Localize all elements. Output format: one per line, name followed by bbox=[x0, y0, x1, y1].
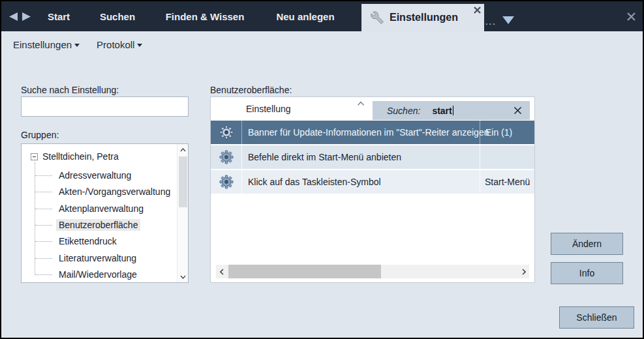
tree-line bbox=[35, 175, 52, 176]
menu-bar: Einstellungen Protokoll bbox=[1, 31, 643, 57]
column-divider bbox=[480, 170, 480, 194]
groups-tree: Stelltdichein, Petra Adressverwaltung Ak… bbox=[21, 143, 189, 283]
tab-overflow-dots[interactable]: ... bbox=[485, 17, 497, 27]
table-row[interactable]: Klick auf das Taskleisten-Symbol Start-M… bbox=[211, 170, 534, 194]
setting-name: Klick auf das Taskleisten-Symbol bbox=[248, 177, 381, 187]
wrench-icon bbox=[371, 11, 384, 24]
setting-name: Banner für Update-Informationen im "Star… bbox=[248, 127, 489, 138]
tree-item-label: Etikettendruck bbox=[56, 235, 119, 247]
tree-item-aktenplanverwaltung[interactable]: Aktenplanverwaltung bbox=[56, 202, 146, 215]
tree-item-label: Mail/Wiedervorlage bbox=[56, 269, 140, 280]
search-setting-input[interactable] bbox=[21, 96, 189, 117]
tree-item-etikettendruck[interactable]: Etikettendruck bbox=[56, 235, 119, 248]
scrollbar-thumb[interactable] bbox=[179, 156, 187, 207]
tab-suchen[interactable]: Suchen bbox=[100, 1, 135, 31]
setting-value: Start-Menü bbox=[485, 177, 530, 187]
window-close-icon[interactable] bbox=[626, 12, 636, 22]
scroll-left-icon[interactable] bbox=[216, 265, 227, 278]
tree-item-mail-wiedervorlage[interactable]: Mail/Wiedervorlage bbox=[56, 268, 140, 281]
menu-einstellungen[interactable]: Einstellungen bbox=[13, 39, 80, 50]
tree-item-label: Benutzeroberfläche bbox=[56, 219, 140, 231]
scroll-right-icon[interactable] bbox=[518, 265, 529, 278]
collapse-minus-icon[interactable] bbox=[31, 153, 38, 160]
tree-line bbox=[35, 192, 52, 192]
column-divider bbox=[241, 121, 242, 144]
gear-icon bbox=[219, 125, 234, 140]
clear-search-icon[interactable] bbox=[514, 106, 522, 115]
setting-name: Befehle direkt im Start-Menü anbieten bbox=[248, 152, 401, 162]
table-search-label: Suchen: bbox=[387, 106, 420, 116]
dropdown-triangle-icon[interactable] bbox=[502, 16, 514, 24]
info-button[interactable]: Info bbox=[551, 262, 623, 284]
tree-line bbox=[35, 225, 52, 226]
tree-item-label: Literaturverwaltung bbox=[56, 252, 139, 264]
scroll-down-icon[interactable] bbox=[177, 271, 189, 282]
schliessen-button[interactable]: Schließen bbox=[559, 306, 634, 329]
settings-window: Start Suchen Finden & Wissen Neu anlegen… bbox=[0, 0, 644, 339]
menu-einstellungen-label: Einstellungen bbox=[13, 39, 72, 50]
nav-arrows bbox=[8, 12, 32, 22]
tab-neu-anlegen[interactable]: Neu anlegen bbox=[276, 1, 334, 31]
settings-table: Einstellung Suchen: start bbox=[210, 96, 535, 283]
tree-item-adressverwaltung[interactable]: Adressverwaltung bbox=[56, 169, 134, 182]
scroll-up-icon[interactable] bbox=[177, 144, 189, 155]
tree-item-label: Akten-/Vorgangsverwaltung bbox=[56, 186, 173, 198]
tab-finden-wissen[interactable]: Finden & Wissen bbox=[166, 1, 245, 31]
title-tab-bar: Start Suchen Finden & Wissen Neu anlegen… bbox=[1, 1, 643, 31]
chevron-down-icon bbox=[74, 44, 80, 47]
text-cursor bbox=[453, 106, 453, 115]
tab-close-icon[interactable] bbox=[474, 7, 481, 14]
tree-item-label: Adressverwaltung bbox=[56, 170, 134, 181]
gear-icon bbox=[219, 150, 234, 164]
tab-start[interactable]: Start bbox=[48, 1, 70, 31]
settings-list-title: Benutzeroberfläche: bbox=[210, 85, 292, 95]
tree-line bbox=[35, 241, 52, 242]
sort-ascending-icon bbox=[357, 101, 365, 106]
groups-label: Gruppen: bbox=[21, 130, 59, 140]
column-divider bbox=[241, 170, 242, 194]
tree-root-label: Stelltdichein, Petra bbox=[42, 151, 119, 162]
tree-line bbox=[35, 258, 52, 259]
scrollbar-thumb[interactable] bbox=[228, 265, 381, 278]
tab-einstellungen-active[interactable]: Einstellungen bbox=[361, 4, 484, 31]
table-row[interactable]: Befehle direkt im Start-Menü anbieten bbox=[211, 145, 534, 169]
tree-line bbox=[35, 274, 52, 275]
search-setting-label: Suche nach Einstellung: bbox=[21, 85, 119, 95]
tree-item-akten-vorgangsverwaltung[interactable]: Akten-/Vorgangsverwaltung bbox=[56, 185, 173, 198]
setting-value: Ein (1) bbox=[485, 127, 512, 138]
tree-item-literaturverwaltung[interactable]: Literaturverwaltung bbox=[56, 252, 139, 265]
menu-protokoll-label: Protokoll bbox=[97, 39, 134, 50]
back-arrow-icon[interactable] bbox=[8, 12, 19, 22]
forward-arrow-icon[interactable] bbox=[21, 12, 32, 22]
gear-icon bbox=[219, 175, 234, 189]
column-divider bbox=[241, 145, 242, 169]
chevron-down-icon bbox=[137, 44, 142, 47]
menu-protokoll[interactable]: Protokoll bbox=[97, 39, 142, 50]
table-row[interactable]: Banner für Update-Informationen im "Star… bbox=[211, 121, 534, 144]
table-search-box[interactable]: Suchen: start bbox=[372, 100, 530, 121]
aendern-button[interactable]: Ändern bbox=[551, 233, 623, 255]
active-tab-label: Einstellungen bbox=[390, 12, 458, 23]
tree-item-label: Aktenplanverwaltung bbox=[56, 203, 146, 214]
column-divider bbox=[480, 145, 480, 169]
tree-root-item[interactable]: Stelltdichein, Petra bbox=[31, 151, 119, 162]
tree-vertical-scrollbar[interactable] bbox=[177, 144, 188, 282]
table-horizontal-scrollbar[interactable] bbox=[216, 265, 529, 278]
table-search-value[interactable]: start bbox=[432, 106, 452, 116]
tree-line bbox=[35, 209, 52, 209]
tree-item-benutzeroberflaeche[interactable]: Benutzeroberfläche bbox=[56, 218, 140, 231]
column-header-einstellung[interactable]: Einstellung bbox=[246, 104, 291, 114]
